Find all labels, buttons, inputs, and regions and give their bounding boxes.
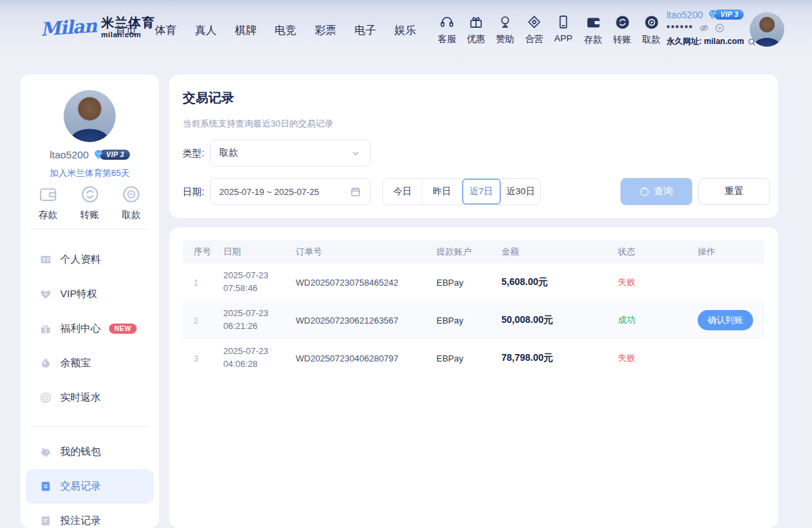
cell-withdraw-account: EBPay (430, 263, 495, 301)
page-subtitle: 当前系统支持查询最近30日的交易记录 (183, 118, 333, 130)
sidebar-username: ltao5200 (49, 149, 89, 160)
header-avatar[interactable] (750, 12, 784, 47)
range-button[interactable]: 近7日 (462, 179, 501, 204)
transfer-outline-icon (80, 184, 100, 204)
eye-off-icon[interactable] (699, 23, 709, 33)
nav-item[interactable]: 棋牌 (235, 24, 256, 38)
range-button[interactable]: 昨日 (422, 179, 461, 204)
idcard-icon (39, 253, 52, 266)
top-bar: Milan 米兰体育 milan.com 首页体育真人棋牌电竞彩票电子娱乐 客服… (0, 0, 812, 68)
header-link[interactable]: APP (549, 14, 577, 45)
new-badge: NEW (109, 324, 137, 334)
reset-button-label: 重置 (725, 185, 744, 198)
cell-date: 2025-07-2304:06:28 (217, 339, 289, 377)
cell-order-no: WD202507230621263567 (289, 301, 430, 339)
header-link[interactable]: 合营 (520, 14, 548, 45)
sidebar-item-label: 交易记录 (60, 480, 101, 493)
profile-avatar[interactable] (64, 90, 116, 142)
cell-status: 失败 (611, 339, 691, 377)
table-row: 12025-07-2307:58:46WD202507230758465242E… (183, 263, 765, 301)
date-value: 2025-07-23 (223, 307, 289, 320)
header-link[interactable]: 优惠 (462, 14, 490, 45)
nav-item[interactable]: 真人 (195, 24, 217, 38)
chevron-circle-down-icon[interactable] (715, 23, 725, 33)
vip-badge: VIP 3 (707, 9, 744, 20)
vip-heart-icon (39, 288, 52, 301)
nav-item[interactable]: 体育 (155, 24, 177, 38)
transaction-table-card: 序号日期订单号提款账户金额状态操作 12025-07-2307:58:46WD2… (169, 227, 778, 528)
nav-item[interactable]: 电子 (355, 24, 376, 38)
table-column-header: 金额 (495, 240, 611, 263)
date-value: 2025-07-23 (223, 269, 289, 282)
vip-diamond-icon (93, 149, 104, 160)
table-row: 22025-07-2306:21:26WD202507230621263567E… (183, 301, 765, 339)
headset-icon (439, 14, 455, 30)
sidebar-item[interactable]: 个人资料 (26, 242, 154, 277)
header-link[interactable]: 赞助 (491, 14, 519, 45)
range-button[interactable]: 今日 (383, 179, 422, 204)
date-value: 2025-07-23 (223, 345, 289, 358)
search-button[interactable]: 查询 (621, 178, 692, 205)
transfer-filled-icon (614, 14, 631, 30)
logo-script-text: Milan (40, 15, 97, 40)
sidebar-item[interactable]: 实时返水 (26, 380, 154, 415)
table-column-header: 提款账户 (430, 240, 495, 263)
sidebar-item[interactable]: 我的钱包 (26, 435, 154, 469)
sidebar-item[interactable]: 福利中心NEW (26, 311, 154, 346)
table-body: 12025-07-2307:58:46WD202507230758465242E… (183, 263, 765, 377)
range-button[interactable]: 近30日 (501, 179, 540, 204)
confirm-received-button[interactable]: 确认到账 (698, 310, 753, 330)
nav-item[interactable]: 娱乐 (394, 24, 416, 38)
header-link[interactable]: 转账 (608, 14, 636, 46)
cell-withdraw-account: EBPay (430, 339, 495, 377)
calendar-icon[interactable] (350, 186, 361, 198)
username[interactable]: ltao5200 (667, 9, 703, 20)
join-days-text: 加入米兰体育第65天 (20, 167, 159, 179)
header-link-label: 客服 (438, 33, 456, 45)
status-badge: 失败 (618, 277, 635, 287)
header-link-label: 取款 (642, 34, 660, 46)
sidebar-item-label: 福利中心 (60, 322, 101, 335)
main-nav: 首页体育真人棋牌电竞彩票电子娱乐 (115, 0, 416, 61)
sidebar-item[interactable]: VIP特权 (26, 277, 154, 311)
date-range-input[interactable]: 2025-07-19 ~ 2025-07-25 (210, 178, 371, 205)
sidebar-item[interactable]: 投注记录 (26, 504, 154, 528)
withdraw-outline-icon (121, 184, 141, 204)
date-range-value: 2025-07-19 ~ 2025-07-25 (219, 187, 350, 197)
cell-index: 3 (183, 339, 217, 377)
cell-index: 1 (183, 263, 217, 301)
time-value: 06:21:26 (223, 320, 289, 333)
sidebar-item[interactable]: 交易记录 (26, 469, 154, 504)
cell-date: 2025-07-2307:58:46 (217, 263, 289, 301)
sidebar-item-label: VIP特权 (60, 288, 97, 301)
cell-order-no: WD202507230758465242 (289, 263, 430, 301)
sidebar-item[interactable]: 余额宝 (26, 346, 154, 380)
header-link[interactable]: 存款 (579, 14, 607, 46)
phone-icon (556, 14, 571, 30)
header-link-label: 优惠 (467, 33, 485, 45)
header-link[interactable]: 客服 (433, 14, 461, 45)
sidebar-item-label: 投注记录 (60, 514, 101, 527)
table-column-header: 日期 (217, 240, 289, 263)
sidebar-quick-action[interactable]: 转账 (80, 184, 100, 221)
sidebar-menu-primary: 个人资料VIP特权福利中心NEW余额宝实时返水 (20, 242, 159, 415)
nav-item[interactable]: 电竞 (275, 24, 296, 38)
table-column-header: 操作 (691, 240, 765, 263)
type-select[interactable]: 取款 (210, 139, 371, 167)
transaction-table: 序号日期订单号提款账户金额状态操作 12025-07-2307:58:46WD2… (183, 240, 765, 377)
nav-item[interactable]: 彩票 (315, 24, 336, 38)
cell-action (691, 263, 765, 301)
type-label: 类型: (183, 148, 204, 160)
cell-amount: 78,798.00元 (495, 339, 611, 377)
header-link[interactable]: 取款 (637, 14, 665, 46)
sidebar-quick-action[interactable]: 存款 (38, 184, 58, 221)
cell-index: 2 (183, 301, 217, 339)
nav-item[interactable]: 首页 (115, 24, 137, 38)
cell-action (691, 339, 765, 377)
permanent-url: 永久网址: milan.com (667, 36, 744, 47)
page-title: 交易记录 (183, 89, 234, 107)
sidebar-quick-action[interactable]: 取款 (121, 184, 141, 221)
table-column-header: 序号 (183, 240, 217, 263)
reset-button[interactable]: 重置 (698, 178, 770, 205)
header-link-label: 合营 (525, 33, 543, 45)
